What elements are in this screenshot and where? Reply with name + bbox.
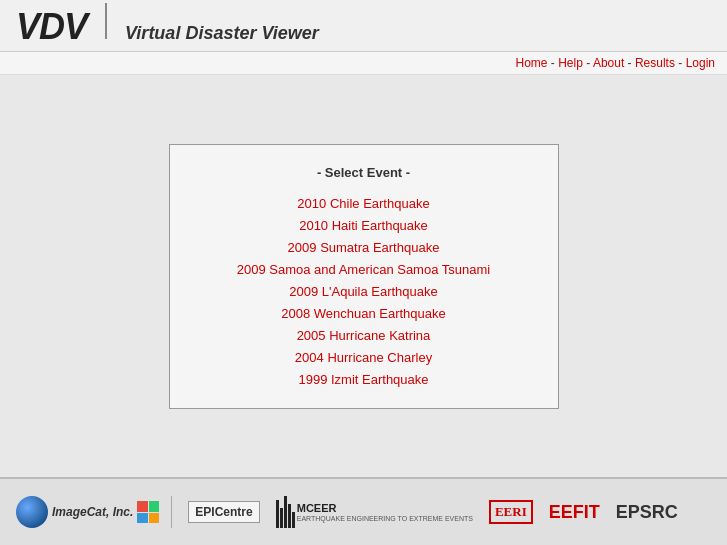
event-laquila-2009[interactable]: 2009 L'Aquila Earthquake (289, 284, 437, 299)
mceer-logo: MCEER EARTHQUAKE ENGINEERING TO EXTREME … (276, 496, 473, 528)
event-charley-2004[interactable]: 2004 Hurricane Charley (295, 350, 432, 365)
bar4 (288, 504, 291, 528)
eeri-label: EERI (495, 504, 527, 519)
list-item: 2005 Hurricane Katrina (200, 326, 528, 344)
footer: ImageCat, Inc. EPICentre MCEER EARTHQUAK… (0, 477, 727, 545)
nav-about[interactable]: About (593, 56, 624, 70)
mceer-text-group: MCEER EARTHQUAKE ENGINEERING TO EXTREME … (297, 502, 473, 521)
event-selection-box: - Select Event - 2010 Chile Earthquake 2… (169, 144, 559, 409)
bar5 (292, 512, 295, 528)
logo: VDV Virtual Disaster Viewer (16, 3, 319, 48)
windows-logo-icon (137, 501, 159, 523)
list-item: 2009 Sumatra Earthquake (200, 238, 528, 256)
win-q1 (137, 501, 148, 512)
event-haiti-2010[interactable]: 2010 Haiti Earthquake (299, 218, 428, 233)
logo-divider (105, 3, 107, 39)
logo-vdv: VDV (16, 6, 87, 48)
main-content: - Select Event - 2010 Chile Earthquake 2… (0, 75, 727, 477)
event-samoa-2009[interactable]: 2009 Samoa and American Samoa Tsunami (237, 262, 490, 277)
eeri-logo: EERI (489, 500, 533, 524)
imagecat-label: ImageCat, Inc. (52, 505, 133, 519)
bar1 (276, 500, 279, 528)
nav-help[interactable]: Help (558, 56, 583, 70)
epicentre-logo: EPICentre (188, 501, 259, 523)
event-list: 2010 Chile Earthquake 2010 Haiti Earthqu… (200, 194, 528, 388)
event-wenchuan-2008[interactable]: 2008 Wenchuan Earthquake (281, 306, 446, 321)
list-item: 2009 Samoa and American Samoa Tsunami (200, 260, 528, 278)
epsrc-logo: EPSRC (616, 502, 678, 523)
list-item: 2010 Chile Earthquake (200, 194, 528, 212)
list-item: 1999 Izmit Earthquake (200, 370, 528, 388)
nav-results[interactable]: Results (635, 56, 675, 70)
nav-login[interactable]: Login (686, 56, 715, 70)
imagecat-logo-group: ImageCat, Inc. (16, 496, 172, 528)
nav-home[interactable]: Home (515, 56, 547, 70)
bar3 (284, 496, 287, 528)
event-chile-2010[interactable]: 2010 Chile Earthquake (297, 196, 429, 211)
logo-subtitle: Virtual Disaster Viewer (125, 23, 319, 44)
eefit-logo: EEFIT (549, 502, 600, 523)
event-box-title: - Select Event - (200, 165, 528, 180)
nav-sep-2: - (586, 56, 593, 70)
mceer-bars-icon (276, 496, 295, 528)
mceer-subtext: EARTHQUAKE ENGINEERING TO EXTREME EVENTS (297, 515, 473, 522)
header: VDV Virtual Disaster Viewer (0, 0, 727, 52)
list-item: 2010 Haiti Earthquake (200, 216, 528, 234)
globe-icon (16, 496, 48, 528)
list-item: 2008 Wenchuan Earthquake (200, 304, 528, 322)
event-sumatra-2009[interactable]: 2009 Sumatra Earthquake (288, 240, 440, 255)
list-item: 2004 Hurricane Charley (200, 348, 528, 366)
win-q2 (149, 501, 160, 512)
nav-sep-3: - (628, 56, 635, 70)
list-item: 2009 L'Aquila Earthquake (200, 282, 528, 300)
win-q4 (149, 513, 160, 524)
bar2 (280, 508, 283, 528)
event-izmit-1999[interactable]: 1999 Izmit Earthquake (298, 372, 428, 387)
nav-sep-4: - (678, 56, 685, 70)
event-katrina-2005[interactable]: 2005 Hurricane Katrina (297, 328, 431, 343)
navbar: Home - Help - About - Results - Login (0, 52, 727, 75)
mceer-label: MCEER (297, 502, 473, 514)
win-q3 (137, 513, 148, 524)
